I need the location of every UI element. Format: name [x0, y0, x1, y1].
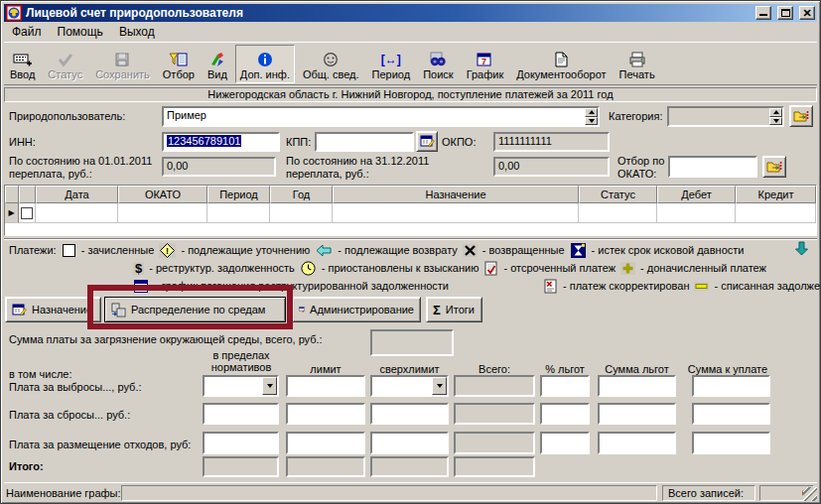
toolbar-button-search[interactable]: Поиск [418, 45, 458, 83]
cell-debit [657, 203, 736, 223]
cell-status [579, 203, 657, 223]
app-window: Лицевой счет природопользователя ✕ Файл … [0, 0, 821, 504]
document-red-check-icon [483, 261, 498, 276]
toolbar-button-label: Ввод [10, 68, 35, 80]
toolbar-button-label: Печать [619, 68, 655, 80]
grid-header-status: Статус [579, 186, 657, 203]
inn-selected-value: 123456789101 [167, 135, 241, 147]
waste-norms-input[interactable] [203, 432, 279, 454]
nature-user-input[interactable]: Пример [162, 106, 600, 127]
maximize-button[interactable] [777, 6, 793, 20]
toolbar-button-label: Вид [207, 68, 227, 80]
row-checkbox[interactable] [21, 207, 33, 219]
col-header-benefit-sum: Сумма льгот [595, 363, 679, 375]
emissions-benefit-percent-input[interactable] [540, 375, 590, 397]
okato-picker-button[interactable] [762, 156, 786, 178]
spin-up-icon[interactable] [585, 108, 598, 117]
tab-administrirovanie[interactable]: Администрирование [292, 297, 421, 322]
inn-input[interactable]: 123456789101 [162, 132, 280, 152]
dollar-icon: $ [133, 262, 144, 275]
minimize-icon [759, 8, 767, 16]
calendar-edit-icon [12, 303, 27, 317]
spin-down-icon[interactable] [769, 117, 782, 126]
keyboard-plus-icon [13, 51, 33, 67]
dropdown-arrow-icon[interactable] [262, 377, 277, 395]
spin-down-icon[interactable] [585, 117, 598, 126]
emissions-overlimit-combo[interactable] [370, 375, 449, 397]
emissions-sum-to-pay-input[interactable] [692, 375, 770, 397]
waste-sum-to-pay-input[interactable] [692, 432, 770, 454]
toolbar-button-vvod[interactable]: Ввод [5, 45, 40, 83]
toolbar-button-label: Общ. свед. [303, 68, 359, 80]
discharges-sum-to-pay-input[interactable] [692, 403, 770, 425]
svg-text:7: 7 [481, 57, 486, 66]
menu-exit[interactable]: Выход [111, 24, 163, 40]
window-title: Лицевой счет природопользователя [26, 6, 750, 20]
overpay-start-value: 0,00 [167, 160, 188, 172]
toolbar-button-extra-info[interactable]: Доп. инф. [235, 45, 295, 83]
grid-header-debit: Дебет [657, 186, 736, 203]
toolbar-button-filter[interactable]: Отбор [158, 45, 200, 83]
table-row[interactable]: ▶ [5, 203, 816, 223]
printer-icon [628, 51, 646, 67]
discharges-norms-input[interactable] [203, 403, 279, 425]
toolbar-button-print[interactable]: Печать [615, 45, 660, 83]
totals-total-box [454, 456, 535, 477]
nature-user-spinner[interactable] [585, 108, 598, 125]
toolbar-button-general-info[interactable]: Общ. свед. [298, 45, 364, 83]
overpay-end-label-line1: По состоянию на 31.12.2011 [286, 155, 429, 167]
menu-file[interactable]: Файл [4, 24, 50, 40]
folder-hand-icon [793, 109, 809, 123]
toolbar-button-schedule[interactable]: 7 График [462, 45, 509, 83]
okato-filter-label-line2: ОКАТО: [617, 168, 656, 180]
toolbar-button-period[interactable]: [↔] Период [367, 45, 416, 83]
funnel-icon [169, 51, 189, 67]
emissions-benefit-sum-input[interactable] [598, 375, 676, 397]
grid-header-year: Год [270, 186, 333, 203]
minimize-button[interactable] [755, 6, 771, 20]
waste-overlimit-input[interactable] [370, 432, 449, 454]
discharges-limit-input[interactable] [286, 403, 365, 425]
cell-period [207, 203, 270, 223]
spin-up-icon[interactable] [769, 108, 782, 117]
discharges-benefit-percent-input[interactable] [540, 403, 590, 425]
waste-benefit-sum-input[interactable] [598, 432, 676, 454]
waste-benefit-percent-input[interactable] [540, 432, 590, 454]
legend-row-2: $ - реструктур. задолженность - приостан… [133, 260, 766, 276]
waste-limit-input[interactable] [286, 432, 365, 454]
category-spinner[interactable] [769, 108, 782, 125]
document-red-x-icon [543, 279, 558, 294]
cyan-left-arrow-icon [315, 244, 333, 257]
resize-grip[interactable] [803, 487, 817, 501]
discharges-benefit-sum-input[interactable] [598, 403, 676, 425]
legend-label: - возвращенные [482, 244, 565, 256]
discharges-overlimit-input[interactable] [370, 403, 449, 425]
dropdown-arrow-icon[interactable] [432, 377, 447, 395]
cell-date [36, 203, 118, 223]
waste-row-label: Плата за размещение отходов, руб: [9, 439, 191, 450]
region-header-band: Нижегородская область г. Нижний Новгород… [4, 87, 817, 102]
status-bar: Наименование графы: Всего записей: 0 [4, 482, 817, 501]
col-header-total: Всего: [454, 363, 535, 375]
legend-label: - приостановлены к взысканию [322, 262, 479, 274]
column-name-label: Наименование графы: [6, 487, 121, 499]
category-input[interactable] [667, 106, 784, 127]
tab-itogi[interactable]: Σ Итоги [426, 297, 482, 322]
olive-plus-icon [620, 262, 635, 275]
cell-okato [118, 203, 207, 223]
menu-help[interactable]: Помощь [50, 24, 111, 40]
grid-header-date: Дата [36, 186, 118, 203]
kpp-input[interactable] [315, 132, 414, 152]
category-picker-button[interactable] [789, 105, 813, 127]
calendar-edit-icon [420, 134, 435, 149]
toolbar-button-docflow[interactable]: Документооборот [511, 45, 611, 83]
okato-filter-input[interactable] [668, 156, 757, 178]
kpp-edit-button[interactable] [416, 131, 438, 152]
tab-label: Назначение [32, 304, 92, 315]
toolbar-button-view[interactable]: Вид [203, 45, 232, 83]
emissions-limit-input[interactable] [286, 375, 365, 397]
close-button[interactable]: ✕ [799, 6, 815, 20]
grid-header-okato: ОКАТО [118, 186, 207, 203]
emissions-norms-combo[interactable] [203, 375, 279, 397]
toolbar-button-label: Отбор [163, 68, 195, 80]
